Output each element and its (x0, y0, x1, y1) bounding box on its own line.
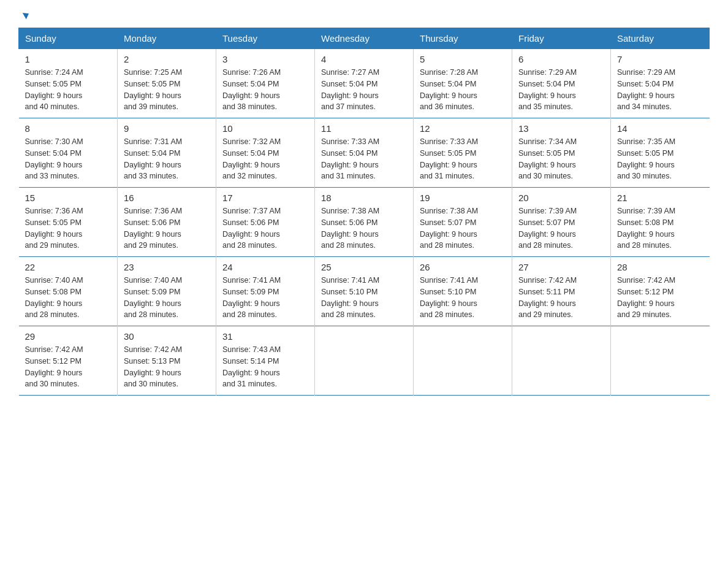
day-cell (315, 326, 414, 396)
day-cell: 11 Sunrise: 7:33 AMSunset: 5:04 PMDaylig… (315, 118, 414, 188)
day-number: 22 (25, 262, 112, 272)
week-row-5: 29 Sunrise: 7:42 AMSunset: 5:12 PMDaylig… (19, 326, 710, 396)
day-cell: 30 Sunrise: 7:42 AMSunset: 5:13 PMDaylig… (118, 326, 216, 396)
day-header-friday: Friday (512, 28, 611, 49)
day-info: Sunrise: 7:36 AMSunset: 5:06 PMDaylight:… (124, 205, 210, 251)
day-cell: 17 Sunrise: 7:37 AMSunset: 5:06 PMDaylig… (216, 188, 315, 257)
day-number: 27 (518, 262, 604, 272)
day-info: Sunrise: 7:38 AMSunset: 5:06 PMDaylight:… (321, 205, 407, 251)
day-number: 19 (420, 193, 506, 203)
day-number: 8 (25, 123, 112, 134)
week-row-2: 8 Sunrise: 7:30 AMSunset: 5:04 PMDayligh… (19, 118, 710, 188)
day-number: 7 (617, 54, 703, 64)
day-cell: 13 Sunrise: 7:34 AMSunset: 5:05 PMDaylig… (512, 118, 611, 188)
day-cell: 1 Sunrise: 7:24 AMSunset: 5:05 PMDayligh… (19, 49, 118, 118)
day-cell: 20 Sunrise: 7:39 AMSunset: 5:07 PMDaylig… (512, 188, 611, 257)
day-cell: 16 Sunrise: 7:36 AMSunset: 5:06 PMDaylig… (118, 188, 216, 257)
day-info: Sunrise: 7:38 AMSunset: 5:07 PMDaylight:… (420, 205, 506, 251)
day-number: 25 (321, 262, 407, 272)
day-info: Sunrise: 7:30 AMSunset: 5:04 PMDaylight:… (25, 136, 112, 182)
day-info: Sunrise: 7:33 AMSunset: 5:05 PMDaylight:… (420, 136, 506, 182)
day-cell: 4 Sunrise: 7:27 AMSunset: 5:04 PMDayligh… (315, 49, 414, 118)
day-cell: 2 Sunrise: 7:25 AMSunset: 5:05 PMDayligh… (118, 49, 216, 118)
day-header-thursday: Thursday (414, 28, 512, 49)
day-info: Sunrise: 7:41 AMSunset: 5:09 PMDaylight:… (222, 275, 308, 321)
day-cell: 31 Sunrise: 7:43 AMSunset: 5:14 PMDaylig… (216, 326, 315, 396)
day-info: Sunrise: 7:42 AMSunset: 5:12 PMDaylight:… (617, 275, 703, 321)
day-info: Sunrise: 7:42 AMSunset: 5:11 PMDaylight:… (518, 275, 604, 321)
header-row: SundayMondayTuesdayWednesdayThursdayFrid… (19, 28, 710, 49)
day-info: Sunrise: 7:25 AMSunset: 5:05 PMDaylight:… (124, 67, 210, 113)
day-number: 1 (25, 54, 112, 64)
day-cell: 5 Sunrise: 7:28 AMSunset: 5:04 PMDayligh… (414, 49, 512, 118)
page-header: ► (18, 12, 710, 21)
day-info: Sunrise: 7:34 AMSunset: 5:05 PMDaylight:… (518, 136, 604, 182)
week-row-1: 1 Sunrise: 7:24 AMSunset: 5:05 PMDayligh… (19, 49, 710, 118)
day-header-saturday: Saturday (611, 28, 710, 49)
day-number: 26 (420, 262, 506, 272)
week-row-4: 22 Sunrise: 7:40 AMSunset: 5:08 PMDaylig… (19, 257, 710, 326)
day-info: Sunrise: 7:37 AMSunset: 5:06 PMDaylight:… (222, 205, 308, 251)
day-info: Sunrise: 7:27 AMSunset: 5:04 PMDaylight:… (321, 67, 407, 113)
day-number: 11 (321, 123, 407, 134)
day-cell: 14 Sunrise: 7:35 AMSunset: 5:05 PMDaylig… (611, 118, 710, 188)
day-number: 12 (420, 123, 506, 134)
day-info: Sunrise: 7:24 AMSunset: 5:05 PMDaylight:… (25, 67, 112, 113)
day-info: Sunrise: 7:39 AMSunset: 5:07 PMDaylight:… (518, 205, 604, 251)
day-number: 14 (617, 123, 703, 134)
logo-arrow-icon: ► (19, 6, 34, 23)
day-number: 6 (518, 54, 604, 64)
day-info: Sunrise: 7:29 AMSunset: 5:04 PMDaylight:… (617, 67, 703, 113)
day-cell: 25 Sunrise: 7:41 AMSunset: 5:10 PMDaylig… (315, 257, 414, 326)
day-info: Sunrise: 7:35 AMSunset: 5:05 PMDaylight:… (617, 136, 703, 182)
day-number: 30 (124, 331, 210, 342)
day-cell: 8 Sunrise: 7:30 AMSunset: 5:04 PMDayligh… (19, 118, 118, 188)
day-cell: 6 Sunrise: 7:29 AMSunset: 5:04 PMDayligh… (512, 49, 611, 118)
day-info: Sunrise: 7:36 AMSunset: 5:05 PMDaylight:… (25, 205, 112, 251)
day-info: Sunrise: 7:29 AMSunset: 5:04 PMDaylight:… (518, 67, 604, 113)
day-number: 31 (222, 331, 308, 342)
day-header-wednesday: Wednesday (315, 28, 414, 49)
day-cell: 12 Sunrise: 7:33 AMSunset: 5:05 PMDaylig… (414, 118, 512, 188)
day-cell: 29 Sunrise: 7:42 AMSunset: 5:12 PMDaylig… (19, 326, 118, 396)
day-info: Sunrise: 7:40 AMSunset: 5:08 PMDaylight:… (25, 275, 112, 321)
day-info: Sunrise: 7:41 AMSunset: 5:10 PMDaylight:… (321, 275, 407, 321)
day-info: Sunrise: 7:26 AMSunset: 5:04 PMDaylight:… (222, 67, 308, 113)
day-cell: 24 Sunrise: 7:41 AMSunset: 5:09 PMDaylig… (216, 257, 315, 326)
day-number: 9 (124, 123, 210, 134)
day-cell: 7 Sunrise: 7:29 AMSunset: 5:04 PMDayligh… (611, 49, 710, 118)
day-cell: 19 Sunrise: 7:38 AMSunset: 5:07 PMDaylig… (414, 188, 512, 257)
day-cell: 10 Sunrise: 7:32 AMSunset: 5:04 PMDaylig… (216, 118, 315, 188)
day-number: 28 (617, 262, 703, 272)
day-cell: 26 Sunrise: 7:41 AMSunset: 5:10 PMDaylig… (414, 257, 512, 326)
day-header-tuesday: Tuesday (216, 28, 315, 49)
day-cell: 15 Sunrise: 7:36 AMSunset: 5:05 PMDaylig… (19, 188, 118, 257)
day-number: 4 (321, 54, 407, 64)
day-info: Sunrise: 7:42 AMSunset: 5:13 PMDaylight:… (124, 344, 210, 390)
day-info: Sunrise: 7:28 AMSunset: 5:04 PMDaylight:… (420, 67, 506, 113)
day-cell: 3 Sunrise: 7:26 AMSunset: 5:04 PMDayligh… (216, 49, 315, 118)
day-number: 20 (518, 193, 604, 203)
day-info: Sunrise: 7:41 AMSunset: 5:10 PMDaylight:… (420, 275, 506, 321)
day-info: Sunrise: 7:43 AMSunset: 5:14 PMDaylight:… (222, 344, 308, 390)
day-info: Sunrise: 7:39 AMSunset: 5:08 PMDaylight:… (617, 205, 703, 251)
calendar-table: SundayMondayTuesdayWednesdayThursdayFrid… (18, 28, 710, 396)
day-cell: 21 Sunrise: 7:39 AMSunset: 5:08 PMDaylig… (611, 188, 710, 257)
day-number: 2 (124, 54, 210, 64)
day-number: 24 (222, 262, 308, 272)
day-number: 16 (124, 193, 210, 203)
day-number: 29 (25, 331, 112, 342)
day-cell: 27 Sunrise: 7:42 AMSunset: 5:11 PMDaylig… (512, 257, 611, 326)
day-number: 10 (222, 123, 308, 134)
day-number: 18 (321, 193, 407, 203)
day-info: Sunrise: 7:32 AMSunset: 5:04 PMDaylight:… (222, 136, 308, 182)
week-row-3: 15 Sunrise: 7:36 AMSunset: 5:05 PMDaylig… (19, 188, 710, 257)
day-info: Sunrise: 7:33 AMSunset: 5:04 PMDaylight:… (321, 136, 407, 182)
day-info: Sunrise: 7:40 AMSunset: 5:09 PMDaylight:… (124, 275, 210, 321)
day-info: Sunrise: 7:42 AMSunset: 5:12 PMDaylight:… (25, 344, 112, 390)
day-header-sunday: Sunday (19, 28, 118, 49)
day-cell (611, 326, 710, 396)
day-cell: 23 Sunrise: 7:40 AMSunset: 5:09 PMDaylig… (118, 257, 216, 326)
day-number: 3 (222, 54, 308, 64)
logo: ► (18, 12, 32, 21)
